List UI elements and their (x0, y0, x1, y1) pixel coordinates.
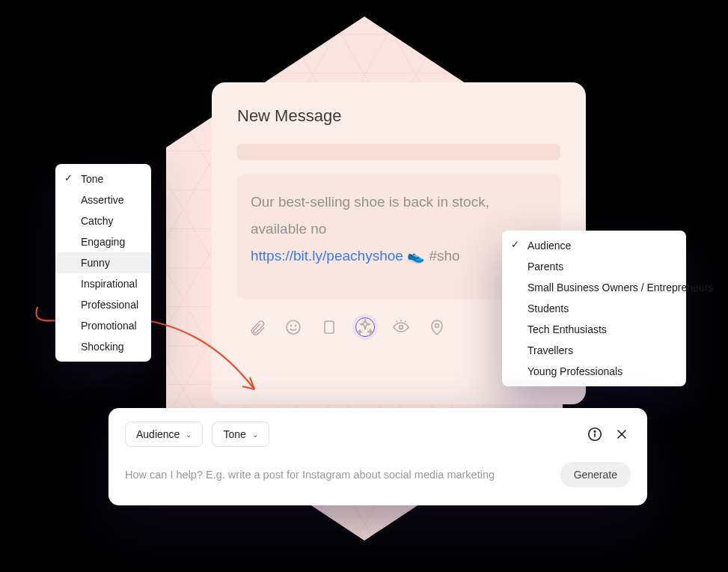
close-icon[interactable] (613, 425, 631, 443)
tone-dropdown[interactable]: Tone Assertive Catchy Engaging Funny Ins… (55, 164, 151, 362)
tone-selector[interactable]: Tone ⌄ (212, 422, 269, 447)
chevron-down-icon: ⌄ (186, 430, 192, 439)
media-icon[interactable] (319, 317, 339, 337)
message-hashtag: #sho (429, 248, 459, 264)
ai-top-row: Audience ⌄ Tone ⌄ (125, 422, 631, 447)
audience-item-young-pros[interactable]: Young Professionals (502, 361, 686, 382)
svg-point-2 (296, 326, 296, 326)
preview-icon[interactable] (391, 317, 411, 337)
ai-input-row: Generate (125, 462, 631, 487)
tone-item-inspirational[interactable]: Inspirational (55, 273, 151, 294)
svg-point-0 (287, 320, 300, 334)
svg-point-4 (400, 326, 403, 329)
audience-item-students[interactable]: Students (502, 298, 686, 319)
message-emoji: 👟 (407, 248, 425, 264)
tone-selector-label: Tone (223, 428, 245, 440)
tone-item-catchy[interactable]: Catchy (55, 210, 151, 231)
svg-rect-3 (325, 321, 334, 333)
audience-header[interactable]: Audience (502, 235, 686, 256)
message-header-placeholder (237, 144, 560, 160)
tone-item-shocking[interactable]: Shocking (55, 336, 151, 357)
svg-point-5 (435, 324, 439, 328)
audience-item-travellers[interactable]: Travellers (502, 340, 686, 361)
tone-header[interactable]: Tone (55, 168, 151, 189)
ai-prompt-input[interactable] (125, 469, 548, 481)
emoji-icon[interactable] (284, 317, 303, 337)
ai-sparkle-icon[interactable] (355, 317, 375, 337)
audience-selector-label: Audience (136, 428, 180, 440)
location-icon[interactable] (427, 317, 447, 337)
audience-item-parents[interactable]: Parents (502, 256, 686, 277)
generate-button[interactable]: Generate (560, 462, 631, 487)
svg-point-8 (594, 431, 595, 432)
chevron-down-icon: ⌄ (252, 430, 258, 439)
audience-item-sbo[interactable]: Small Business Owners / Entrepreneurs (502, 277, 686, 298)
message-title: New Message (237, 106, 560, 126)
tone-item-professional[interactable]: Professional (55, 294, 151, 315)
svg-point-1 (291, 326, 292, 326)
info-icon[interactable] (586, 425, 604, 443)
audience-dropdown[interactable]: Audience Parents Small Business Owners /… (502, 231, 686, 386)
message-link[interactable]: https://bit.ly/peachyshoe (251, 248, 403, 264)
attachment-icon[interactable] (248, 317, 267, 337)
tone-item-assertive[interactable]: Assertive (55, 189, 151, 210)
tone-item-funny[interactable]: Funny (55, 252, 151, 273)
tone-item-promotional[interactable]: Promotional (55, 315, 151, 336)
tone-item-engaging[interactable]: Engaging (55, 231, 151, 252)
audience-item-tech[interactable]: Tech Enthusiasts (502, 319, 686, 340)
audience-selector[interactable]: Audience ⌄ (125, 422, 203, 447)
message-text: Our best-selling shoe is back in stock, … (251, 194, 489, 237)
ai-assist-panel: Audience ⌄ Tone ⌄ Generate (108, 408, 647, 505)
